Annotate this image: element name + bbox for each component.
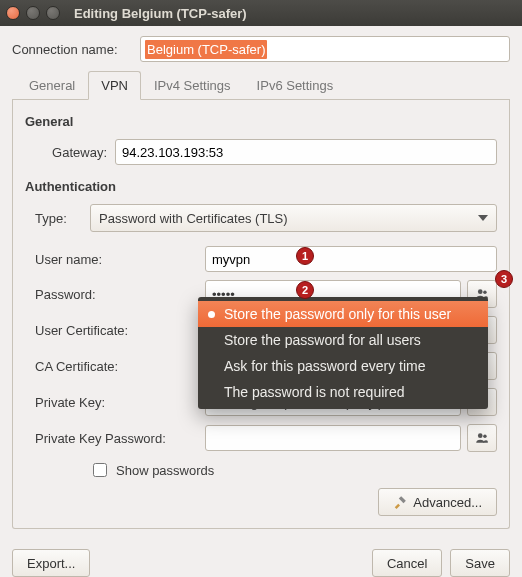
tab-vpn[interactable]: VPN [88, 71, 141, 100]
password-storage-menu: Store the password only for this user St… [198, 297, 488, 409]
cacert-label: CA Certificate: [35, 359, 205, 374]
password-label: Password: [35, 287, 205, 302]
svg-point-2 [478, 433, 483, 438]
tab-general[interactable]: General [16, 71, 88, 100]
svg-point-1 [483, 291, 487, 295]
gateway-label: Gateway: [35, 145, 115, 160]
show-passwords-label: Show passwords [116, 463, 214, 478]
privkeypass-label: Private Key Password: [35, 431, 205, 446]
show-passwords-checkbox[interactable] [93, 463, 107, 477]
svg-point-0 [478, 289, 483, 294]
username-input[interactable] [205, 246, 497, 272]
tab-ipv4[interactable]: IPv4 Settings [141, 71, 244, 100]
section-general-heading: General [25, 114, 497, 129]
export-button[interactable]: Export... [12, 549, 90, 577]
auth-type-combo[interactable]: Password with Certificates (TLS) [90, 204, 497, 232]
usercert-label: User Certificate: [35, 323, 205, 338]
connection-name-input[interactable]: Belgium (TCP-safer) [140, 36, 510, 62]
connection-name-label: Connection name: [12, 42, 140, 57]
cancel-button[interactable]: Cancel [372, 549, 442, 577]
username-label: User name: [35, 252, 205, 267]
advanced-button[interactable]: Advanced... [378, 488, 497, 516]
minimize-window-icon[interactable] [26, 6, 40, 20]
maximize-window-icon[interactable] [46, 6, 60, 20]
titlebar: Editing Belgium (TCP-safer) [0, 0, 522, 26]
type-label: Type: [35, 211, 90, 226]
menu-item-store-this-user[interactable]: Store the password only for this user [198, 301, 488, 327]
connection-name-value: Belgium (TCP-safer) [145, 40, 267, 59]
privkeypass-input[interactable] [205, 425, 461, 451]
auth-type-value: Password with Certificates (TLS) [99, 211, 288, 226]
menu-item-ask-every-time[interactable]: Ask for this password every time [198, 353, 488, 379]
section-auth-heading: Authentication [25, 179, 497, 194]
users-icon [475, 431, 489, 445]
tabstrip: General VPN IPv4 Settings IPv6 Settings [12, 70, 510, 100]
callout-badge-2: 2 [296, 281, 314, 299]
menu-item-not-required[interactable]: The password is not required [198, 379, 488, 405]
callout-badge-3: 3 [495, 270, 513, 288]
radio-selected-icon [208, 311, 215, 318]
callout-badge-1: 1 [296, 247, 314, 265]
gateway-input[interactable] [115, 139, 497, 165]
close-window-icon[interactable] [6, 6, 20, 20]
tab-ipv6[interactable]: IPv6 Settings [244, 71, 347, 100]
save-button[interactable]: Save [450, 549, 510, 577]
chevron-down-icon [478, 215, 488, 221]
advanced-label: Advanced... [413, 495, 482, 510]
privkeypass-storage-button[interactable] [467, 424, 497, 452]
privkey-label: Private Key: [35, 395, 205, 410]
tools-icon [393, 495, 407, 509]
window-title: Editing Belgium (TCP-safer) [74, 6, 247, 21]
svg-point-3 [483, 435, 487, 439]
menu-item-store-all-users[interactable]: Store the password for all users [198, 327, 488, 353]
dialog-footer: Export... Cancel Save [0, 539, 522, 577]
